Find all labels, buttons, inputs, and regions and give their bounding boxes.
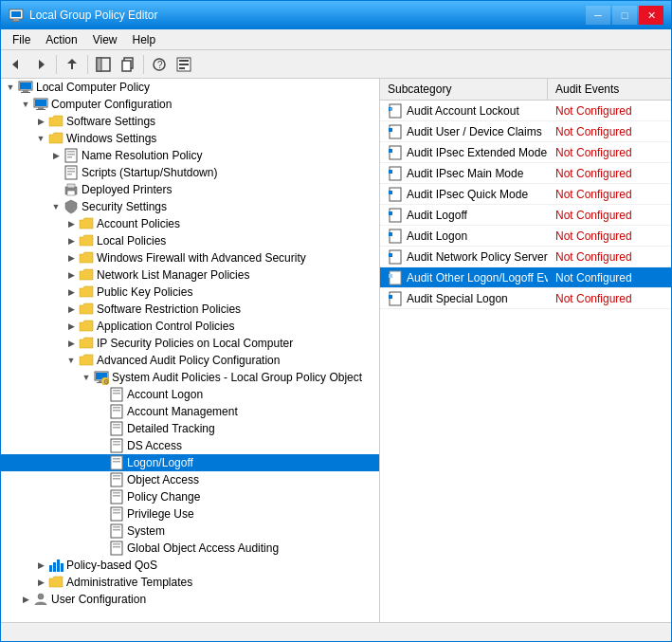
tree-node-ws[interactable]: ▼ Windows Settings: [1, 130, 379, 147]
help-button[interactable]: ?: [148, 53, 171, 76]
tree-label-dt: Detailed Tracking: [127, 422, 215, 435]
detail-row-al[interactable]: ⚙ Audit Account Lockout Not Configured: [380, 101, 671, 121]
menu-help[interactable]: Help: [125, 31, 164, 48]
chart-pbq-icon: [48, 558, 64, 573]
tree-node-sys[interactable]: ▶ System: [1, 523, 379, 540]
tree-node-wfas[interactable]: ▶ Windows Firewall with Advanced Securit…: [1, 249, 379, 266]
expand-sec[interactable]: ▼: [48, 199, 64, 214]
copy-button[interactable]: [117, 53, 139, 76]
detail-row-aolo[interactable]: Audit Other Logon/Logoff Events Not Conf…: [380, 267, 671, 288]
detail-row-imm[interactable]: Audit IPsec Main Mode Not Configured: [380, 163, 671, 184]
tree-label-sec: Security Settings: [82, 200, 167, 213]
svg-rect-96: [389, 274, 392, 278]
tree-node-nlmp[interactable]: ▶ Network List Manager Policies: [1, 266, 379, 284]
tree-node-dsa[interactable]: ▶ DS Access: [1, 437, 379, 454]
expand-acp[interactable]: ▶: [64, 319, 79, 334]
tree-node-sapl[interactable]: ▼ ⚙ System Audit Policies - Local Group …: [1, 369, 379, 386]
tree-node-am[interactable]: ▶ Account Management: [1, 403, 379, 420]
svg-rect-3: [11, 21, 21, 22]
tree-node-al[interactable]: ▶ Account Logon: [1, 386, 379, 403]
detail-cell-events-al: Not Configured: [548, 102, 671, 119]
tree-node-uc[interactable]: ▶ User Configuration: [1, 591, 379, 608]
expand-ap[interactable]: ▶: [64, 216, 79, 231]
expand-srp[interactable]: ▶: [64, 302, 79, 317]
expand-pkp[interactable]: ▶: [64, 284, 79, 300]
svg-rect-69: [113, 529, 120, 531]
detail-row-udc[interactable]: Audit User / Device Claims Not Configure…: [380, 121, 671, 142]
expand-nlmp[interactable]: ▶: [64, 267, 79, 283]
tree-node-ap[interactable]: ▶ Account Policies: [1, 215, 379, 232]
expand-nrp[interactable]: ▶: [48, 148, 64, 163]
expand-lp[interactable]: ▶: [64, 233, 79, 248]
show-hide-button[interactable]: [92, 53, 115, 76]
menu-file[interactable]: File: [5, 31, 38, 48]
detail-cell-events-iem: Not Configured: [548, 144, 671, 161]
tree-node-dt[interactable]: ▶ Detailed Tracking: [1, 420, 379, 437]
svg-rect-71: [113, 543, 120, 545]
tree-label-dp: Deployed Printers: [82, 183, 172, 196]
tree-node-sw[interactable]: ▶ Software Settings: [1, 113, 379, 130]
expand-ws[interactable]: ▼: [33, 131, 48, 146]
back-button[interactable]: [5, 53, 27, 76]
tree-node-goa[interactable]: ▶ Global Object Access Auditing: [1, 540, 379, 557]
tree-node-pkp[interactable]: ▶ Public Key Policies: [1, 284, 379, 301]
tree-node-nrp[interactable]: ▶ Name Resolution Policy: [1, 147, 379, 164]
expand-uc[interactable]: ▶: [18, 592, 33, 607]
expand-ipsp[interactable]: ▶: [64, 336, 79, 351]
tree-node-cc[interactable]: ▼ Computer Configuration: [1, 96, 379, 113]
expand-admt[interactable]: ▶: [33, 575, 48, 590]
tree-node-srp[interactable]: ▶ Software Restriction Policies: [1, 301, 379, 318]
svg-rect-66: [113, 512, 120, 514]
detail-row-alo[interactable]: Audit Logoff Not Configured: [380, 205, 671, 226]
detail-row-asl[interactable]: Audit Special Logon Not Configured: [380, 288, 671, 309]
tree-node-pc[interactable]: ▶ Policy Change: [1, 488, 379, 505]
title-controls: ─ □ ✕: [586, 6, 663, 25]
tree-node-lcp[interactable]: ▼ Local Computer Policy: [1, 79, 379, 96]
tree-node-pu[interactable]: ▶ Privilege Use: [1, 505, 379, 523]
tree-node-ll[interactable]: ▶ Logon/Logoff: [1, 454, 379, 471]
tree-node-aapc[interactable]: ▼ Advanced Audit Policy Configuration: [1, 352, 379, 369]
audit-icon-anps: [388, 249, 403, 265]
svg-rect-92: [389, 232, 392, 236]
detail-row-iqm[interactable]: Audit IPsec Quick Mode Not Configured: [380, 184, 671, 205]
tree-node-scs[interactable]: ▶ Scripts (Startup/Shutdown): [1, 164, 379, 181]
svg-rect-25: [36, 109, 45, 110]
show-hide-icon: [96, 57, 111, 72]
expand-lcp[interactable]: ▼: [3, 80, 18, 95]
detail-cell-subcategory-asl: Audit Special Logon: [380, 289, 548, 308]
close-button[interactable]: ✕: [639, 6, 663, 25]
expand-wfas[interactable]: ▶: [64, 250, 79, 266]
properties-button[interactable]: [173, 53, 195, 76]
tree-node-pbq[interactable]: ▶ Policy-based QoS: [1, 557, 379, 574]
tree-node-oa[interactable]: ▶ Object Access: [1, 471, 379, 488]
folder-ipsp-icon: [79, 336, 94, 351]
expand-sapl[interactable]: ▼: [79, 370, 94, 385]
doc-dsa-icon: [109, 438, 124, 453]
tree-node-admt[interactable]: ▶ Administrative Templates: [1, 574, 379, 591]
status-bar: [1, 622, 671, 641]
detail-row-anps[interactable]: Audit Network Policy Server Not Configur…: [380, 247, 671, 267]
expand-sw[interactable]: ▶: [33, 114, 48, 129]
col-header-subcategory: Subcategory: [380, 79, 548, 100]
folder-aapc-icon: [79, 353, 94, 368]
detail-row-iem[interactable]: Audit IPsec Extended Mode Not Configured: [380, 142, 671, 163]
tree-node-ipsp[interactable]: ▶ IP Security Policies on Local Computer: [1, 335, 379, 352]
expand-cc[interactable]: ▼: [18, 97, 33, 112]
detail-row-aln[interactable]: Audit Logon Not Configured: [380, 226, 671, 247]
tree-node-dp[interactable]: ▶ Deployed Printers: [1, 181, 379, 198]
tree-node-lp[interactable]: ▶ Local Policies: [1, 232, 379, 249]
folder-lp-icon: [79, 233, 94, 248]
tree-label-am: Account Management: [127, 405, 238, 418]
audit-icon-iqm: [388, 187, 403, 202]
menu-action[interactable]: Action: [38, 31, 84, 48]
tree-node-sec[interactable]: ▼ Security Settings: [1, 198, 379, 215]
forward-button[interactable]: [29, 53, 52, 76]
up-button[interactable]: [61, 53, 83, 76]
minimize-button[interactable]: ─: [586, 6, 610, 25]
expand-aapc[interactable]: ▼: [64, 353, 79, 368]
expand-pbq[interactable]: ▶: [33, 558, 48, 573]
svg-rect-54: [113, 444, 120, 446]
tree-node-acp[interactable]: ▶ Application Control Policies: [1, 318, 379, 335]
menu-view[interactable]: View: [85, 31, 125, 48]
maximize-button[interactable]: □: [612, 6, 637, 25]
